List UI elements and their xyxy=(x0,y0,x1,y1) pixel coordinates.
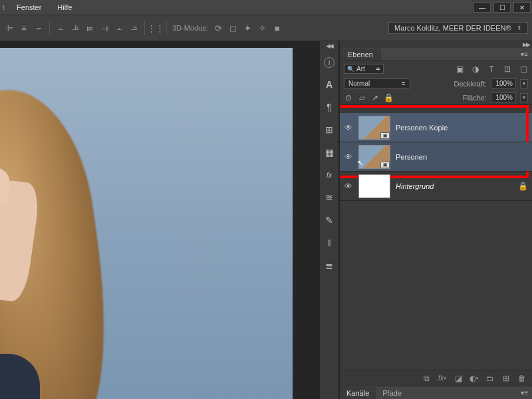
fill-flyout-icon[interactable]: ▾ xyxy=(520,93,528,102)
lock-all-icon[interactable]: 🔒 xyxy=(384,93,393,102)
layer-row[interactable]: 👁 ▣ Personen Kopie xyxy=(340,113,532,142)
paths-tab[interactable]: Pfade xyxy=(376,387,408,399)
menu-window[interactable]: Fenster xyxy=(9,3,49,11)
layers-tab[interactable]: Ebenen xyxy=(340,49,381,61)
distribute-6-icon[interactable]: ⫡ xyxy=(128,23,139,33)
properties-panel-icon[interactable]: ⫴ xyxy=(323,237,335,249)
minimize-button[interactable]: — xyxy=(473,2,491,13)
filter-type-icon[interactable]: T xyxy=(487,65,496,74)
3d-object-icon[interactable]: ◻ xyxy=(228,23,239,33)
workspace-dropdown[interactable]: Marco Kolditz, MEER DER IDEEN® ⇕ xyxy=(388,22,528,34)
layer-filter-dropdown[interactable]: 🔍 Art ≑ xyxy=(344,64,384,74)
visibility-toggle-icon[interactable]: 👁 xyxy=(344,123,353,132)
opacity-label: Deckkraft: xyxy=(454,80,487,88)
3d-axes-icon[interactable]: ✦ xyxy=(243,23,253,33)
layers-panel: ▶▶ Ebenen ▾≡ 🔍 Art ≑ ▣ ◑ T ⊡ ▢ Normal≑ D xyxy=(339,41,532,399)
options-bar: ⊫ ≡ ⫟ ⫠ ⫡ ⫢ ⫣ ⫠ ⫡ ⋮⋮ 3D-Modus: ⟳ ◻ ✦ ✧ ■… xyxy=(0,15,532,41)
layer-effects-icon[interactable]: fx▾ xyxy=(438,374,447,383)
window-controls: — ☐ ✕ xyxy=(472,0,532,15)
cursor-icon: ↖ xyxy=(357,158,364,168)
layer-thumbnail[interactable] xyxy=(358,174,390,198)
layer-name[interactable]: Hintergrund xyxy=(396,182,434,190)
smart-object-badge-icon: ▣ xyxy=(380,132,390,139)
close-button[interactable]: ✕ xyxy=(513,2,531,13)
panel-menu-icon[interactable]: ▾≡ xyxy=(521,389,532,396)
blend-mode-dropdown[interactable]: Normal≑ xyxy=(344,78,410,88)
panel-collapse-icon[interactable]: ▶▶ xyxy=(340,41,532,48)
document-canvas[interactable] xyxy=(0,41,319,399)
new-adjustment-icon[interactable]: ◐▾ xyxy=(469,374,479,383)
distribute-4-icon[interactable]: ⫣ xyxy=(99,23,110,33)
opacity-input[interactable]: 100% xyxy=(491,78,516,88)
bottom-panel-tabs: Kanäle Pfade ▾≡ xyxy=(340,386,532,399)
lock-position-icon[interactable]: ↗ xyxy=(370,93,380,102)
more-options-icon[interactable]: ⋮⋮ xyxy=(150,23,161,33)
visibility-toggle-icon[interactable]: 👁 xyxy=(344,182,353,191)
layer-name[interactable]: Personen xyxy=(396,153,427,161)
lock-pixels-icon[interactable]: ⊙ xyxy=(344,93,353,102)
adjustments-panel-icon[interactable]: ≋ xyxy=(323,192,335,203)
canvas-image xyxy=(0,48,293,399)
panel-tabs: Ebenen ▾≡ xyxy=(340,48,532,61)
layers-panel-footer: ⧉ fx▾ ◪ ◐▾ 🗀 ⊞ 🗑 xyxy=(340,370,532,386)
fill-label: Fläche: xyxy=(463,94,487,102)
delete-layer-icon[interactable]: 🗑 xyxy=(517,374,527,383)
mode-3d-label: 3D-Modus: xyxy=(172,24,208,32)
info-panel-icon[interactable]: i xyxy=(324,57,334,68)
filter-smart-icon[interactable]: ▢ xyxy=(519,65,528,74)
channels-tab[interactable]: Kanäle xyxy=(340,387,376,399)
lock-transparent-icon[interactable]: ▱ xyxy=(357,93,366,102)
filter-adjust-icon[interactable]: ◑ xyxy=(471,65,480,74)
lock-icon[interactable]: 🔒 xyxy=(518,182,528,191)
align-right-icon[interactable]: ⫟ xyxy=(33,23,44,33)
layer-name[interactable]: Personen Kopie xyxy=(396,124,448,132)
align-left-icon[interactable]: ⊫ xyxy=(4,23,15,33)
smart-object-badge-icon: ▣ xyxy=(380,162,390,168)
styles-panel-icon[interactable]: fx xyxy=(323,169,335,181)
3d-camera-icon[interactable]: ■ xyxy=(272,23,283,33)
layers-list: 👁 ▣ Personen Kopie 👁 ▣ Personen ↖ 👁 Hint… xyxy=(340,105,532,370)
distribute-5-icon[interactable]: ⫠ xyxy=(114,23,124,33)
layer-row[interactable]: 👁 ▣ Personen ↖ xyxy=(340,142,532,172)
distribute-2-icon[interactable]: ⫡ xyxy=(70,23,80,33)
new-layer-icon[interactable]: ⊞ xyxy=(501,374,511,383)
align-center-icon[interactable]: ≡ xyxy=(19,23,29,33)
brush-panel-icon[interactable]: ✎ xyxy=(323,214,335,226)
link-layers-icon[interactable]: ⧉ xyxy=(422,374,431,383)
distribute-3-icon[interactable]: ⫢ xyxy=(84,23,95,33)
filter-shape-icon[interactable]: ⊡ xyxy=(503,65,512,74)
3d-light-icon[interactable]: ✧ xyxy=(257,23,268,33)
navigator-panel-icon[interactable]: ▦ xyxy=(323,146,335,158)
fill-input[interactable]: 100% xyxy=(491,92,516,102)
layer-thumbnail[interactable]: ▣ xyxy=(358,116,390,140)
visibility-toggle-icon[interactable]: 👁 xyxy=(344,152,353,162)
chevron-updown-icon: ⇕ xyxy=(517,25,522,31)
character-panel-icon[interactable]: A xyxy=(323,78,335,90)
history-panel-icon[interactable]: ≣ xyxy=(323,259,335,271)
3d-rotate-icon[interactable]: ⟳ xyxy=(213,23,224,33)
collapsed-panel-strip: ◀◀ i A ¶ ⊞ ▦ fx ≋ ✎ ⫴ ≣ xyxy=(319,41,339,399)
new-group-icon[interactable]: 🗀 xyxy=(485,374,495,383)
paragraph-panel-icon[interactable]: ¶ xyxy=(323,101,335,113)
menu-cut[interactable]: t xyxy=(3,3,9,11)
swatches-panel-icon[interactable]: ⊞ xyxy=(323,124,335,136)
filter-image-icon[interactable]: ▣ xyxy=(455,65,464,74)
maximize-button[interactable]: ☐ xyxy=(493,2,511,13)
panel-menu-icon[interactable]: ▾≡ xyxy=(521,51,532,58)
distribute-1-icon[interactable]: ⫠ xyxy=(55,23,66,33)
layer-row[interactable]: 👁 Hintergrund 🔒 xyxy=(340,172,532,201)
workspace-name: Marco Kolditz, MEER DER IDEEN® xyxy=(394,24,511,32)
opacity-flyout-icon[interactable]: ▾ xyxy=(520,79,528,88)
expand-arrows-icon[interactable]: ◀◀ xyxy=(320,43,338,49)
menu-bar: t Fenster Hilfe xyxy=(0,0,532,15)
add-mask-icon[interactable]: ◪ xyxy=(454,374,463,383)
menu-help[interactable]: Hilfe xyxy=(49,3,80,11)
